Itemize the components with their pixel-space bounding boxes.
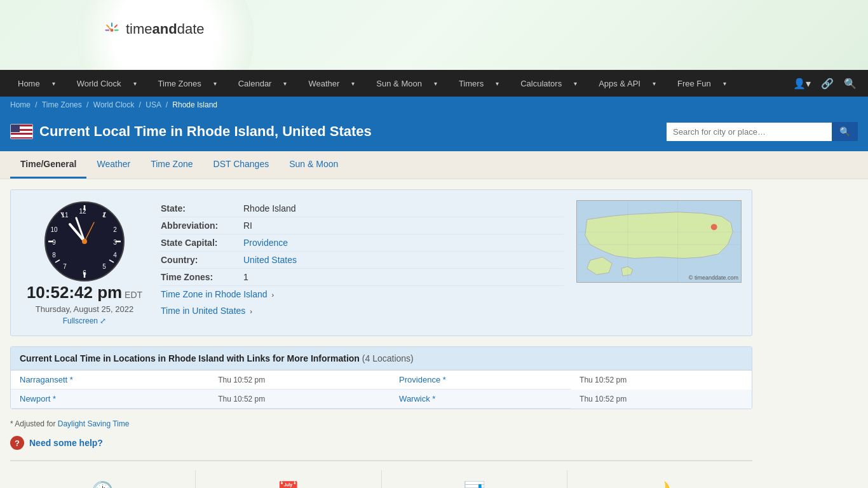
tabs-bar: Time/General Weather Time Zone DST Chang… (0, 151, 868, 179)
breadcrumb: Home / Time Zones / World Clock / USA / … (0, 97, 868, 113)
nav-calendar[interactable]: Calendar▾ (228, 70, 297, 97)
time-icon: 🕐 (88, 475, 118, 488)
dst-note: * Adjusted for Daylight Saving Time (10, 419, 752, 428)
info-link-time-us: Time in United States › (161, 302, 564, 319)
clock-time: 10:52:42 pm (27, 283, 122, 302)
clock-timezone: EDT (125, 290, 142, 300)
tab-time-general[interactable]: Time/General (10, 151, 86, 179)
svg-text:4: 4 (113, 252, 117, 259)
tz-label: Time Zones: (161, 272, 243, 282)
tab-time-zone[interactable]: Time Zone (140, 151, 203, 179)
location-link-providence[interactable]: Providence * (399, 375, 446, 384)
bottom-item-time[interactable]: 🕐 Time & General (10, 470, 196, 488)
search-icon[interactable]: 🔍 (840, 70, 860, 97)
search-input[interactable] (667, 123, 832, 141)
country-value: United States (243, 255, 297, 265)
nav-sun-moon[interactable]: Sun & Moon▾ (366, 70, 447, 97)
map-area: © timeanddate.com (576, 200, 742, 325)
locations-table: Narragansett * Thu 10:52 pm Providence *… (11, 370, 752, 409)
nav-world-clock[interactable]: World Clock▾ (67, 70, 147, 97)
clock-display: 10:52:42 pm EDT (27, 283, 142, 302)
info-row-tz: Time Zones: 1 (161, 269, 564, 286)
nav-arrow: ▾ (47, 70, 60, 97)
fullscreen-link[interactable]: Fullscreen ⤢ (63, 316, 107, 325)
location-time-narragansett: Thu 10:52 pm (209, 370, 390, 390)
page-header-title-group: Current Local Time in Rhode Island, Unit… (10, 123, 372, 140)
tab-weather[interactable]: Weather (86, 151, 140, 179)
info-row-abbr: Abbreviation: RI (161, 217, 564, 234)
capital-link[interactable]: Providence (243, 238, 288, 248)
nav-arrow: ▾ (128, 70, 142, 97)
abbr-label: Abbreviation: (161, 220, 243, 231)
breadcrumb-timezones[interactable]: Time Zones (42, 100, 82, 109)
chart-icon: 📊 (459, 475, 489, 488)
breadcrumb-sep: / (139, 100, 141, 109)
user-icon[interactable]: 👤▾ (789, 70, 815, 97)
nav-free-fun[interactable]: Free Fun▾ (667, 70, 736, 97)
breadcrumb-current: Rhode Island (172, 100, 217, 109)
table-row: Newport * Thu 10:52 pm Warwick * Thu 10:… (11, 390, 752, 409)
svg-text:11: 11 (61, 212, 69, 219)
breadcrumb-home[interactable]: Home (10, 100, 31, 109)
share-icon[interactable]: 🔗 (817, 70, 837, 97)
nav-arrow: ▾ (278, 70, 292, 97)
usa-map[interactable]: © timeanddate.com (576, 200, 742, 283)
navbar: Home▾ World Clock▾ Time Zones▾ Calendar▾… (0, 70, 868, 97)
svg-line-4 (107, 25, 109, 27)
breadcrumb-usa[interactable]: USA (146, 100, 161, 109)
nav-timers[interactable]: Timers▾ (449, 70, 509, 97)
svg-text:1: 1 (102, 212, 106, 219)
info-table: State: Rhode Island Abbreviation: RI Sta… (161, 200, 564, 325)
chevron-right-icon: › (250, 308, 252, 315)
nav-apps-api[interactable]: Apps & API▾ (588, 70, 666, 97)
state-label: State: (161, 203, 243, 214)
location-time-newport: Thu 10:52 pm (209, 390, 390, 409)
nav-time-zones[interactable]: Time Zones▾ (148, 70, 227, 97)
svg-text:3: 3 (113, 239, 117, 246)
location-link-narragansett[interactable]: Narragansett * (20, 375, 73, 384)
nav-calculators[interactable]: Calculators▾ (510, 70, 587, 97)
svg-point-31 (82, 239, 87, 244)
nav-arrow: ▾ (208, 70, 222, 97)
moon-icon: 🌙 (644, 475, 675, 488)
calendar-icon: 📅 (273, 475, 304, 488)
bottom-item-moon2[interactable]: 🌙 Moon (567, 470, 752, 488)
info-row-country: Country: United States (161, 252, 564, 269)
locations-title: Current Local Time in Locations in Rhode… (20, 353, 360, 363)
bottom-item-moon[interactable]: 📊 Moon (382, 470, 567, 488)
svg-point-33 (711, 224, 717, 230)
info-row-state: State: Rhode Island (161, 200, 564, 217)
tab-sun-moon[interactable]: Sun & Moon (279, 151, 348, 179)
search-button[interactable]: 🔍 (832, 122, 858, 141)
top-banner: timeanddate (0, 0, 868, 70)
bottom-row: 🕐 Time & General 📅 Calendar & Holidays 📊… (10, 460, 752, 488)
logo-text: timeanddate (126, 21, 205, 37)
time-us-link[interactable]: Time in United States (161, 306, 245, 316)
map-watermark: © timeanddate.com (689, 274, 738, 281)
nav-home[interactable]: Home▾ (8, 70, 65, 97)
nav-weather[interactable]: Weather▾ (298, 70, 365, 97)
logo[interactable]: timeanddate (102, 19, 205, 39)
location-link-newport[interactable]: Newport * (20, 394, 56, 403)
breadcrumb-sep: / (86, 100, 88, 109)
clock-face: 12 1 2 3 4 5 6 7 8 9 10 11 (43, 200, 126, 283)
locations-count-label: (4 Locations) (362, 353, 414, 363)
capital-value: Providence (243, 238, 288, 248)
bottom-item-calendar[interactable]: 📅 Calendar & Holidays (196, 470, 381, 488)
country-link[interactable]: United States (243, 255, 297, 265)
table-row: Narragansett * Thu 10:52 pm Providence *… (11, 370, 752, 390)
breadcrumb-worldclock[interactable]: World Clock (93, 100, 134, 109)
dst-link[interactable]: Daylight Saving Time (58, 419, 130, 428)
info-row-capital: State Capital: Providence (161, 234, 564, 252)
dst-note-prefix: * Adjusted for (10, 419, 58, 428)
state-value: Rhode Island (243, 203, 296, 214)
usa-map-svg (577, 201, 741, 282)
tab-dst-changes[interactable]: DST Changes (203, 151, 280, 179)
nav-icons-group: 👤▾ 🔗 🔍 (789, 70, 860, 97)
help-link[interactable]: Need some help? (29, 438, 103, 448)
chevron-right-icon: › (271, 291, 274, 299)
location-link-warwick[interactable]: Warwick * (399, 394, 435, 403)
svg-text:12: 12 (79, 208, 86, 215)
svg-text:6: 6 (83, 269, 86, 276)
tz-link[interactable]: Time Zone in Rhode Island (161, 289, 268, 299)
